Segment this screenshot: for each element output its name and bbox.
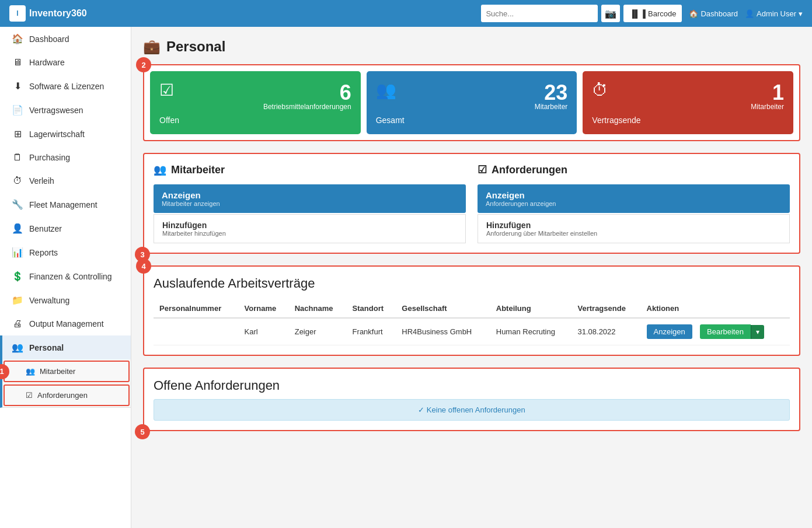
stat-sublabel-gesamt: Mitarbeiter [535,103,568,111]
col-standort: Standort [347,299,396,318]
lager-icon: ⊞ [12,128,23,139]
cell-standort: Frankfurt [347,318,396,345]
sidebar-item-verwaltung[interactable]: 📁 Verwaltung [0,288,131,312]
actions-grid: 👥 Mitarbeiter Anzeigen Mitarbeiter anzei… [154,163,790,243]
purchasing-icon: 🗒 [12,152,23,163]
arbeitsvertraege-section: Auslaufende Arbeitsverträge Personalnumm… [143,265,800,356]
arbeitsvertraege-table: Personalnummer Vorname Nachname Standort… [154,299,790,345]
cell-abteilung: Human Recruting [490,318,572,345]
sidebar: 🏠 Dashboard 🖥 Hardware ⬇ Software & Lize… [0,27,131,528]
search-container: 📷 ▐▌▐ Barcode [481,5,682,22]
clock-icon: ⏱ [592,81,608,100]
chevron-down-icon: ▾ [799,9,803,18]
cell-vorname: Karl [239,318,289,345]
table-row: Karl Zeiger Frankfurt HR4Business GmbH H… [154,318,790,345]
verwaltung-icon: 📁 [12,295,23,306]
sidebar-item-software[interactable]: ⬇ Software & Lizenzen [0,74,131,98]
user-menu[interactable]: 👤 Admin User ▾ [745,9,803,18]
stat-sublabel-vertragsende: Mitarbeiter [751,103,784,111]
cell-nachname: Zeiger [289,318,347,345]
sidebar-item-lager[interactable]: ⊞ Lagerwirtschaft [0,122,131,146]
col-nachname: Nachname [289,299,347,318]
col-personalnummer: Personalnummer [154,299,239,318]
anforderungen-icon: ☑ [26,391,33,400]
sidebar-item-fleet[interactable]: 🔧 Fleet Management [0,193,131,216]
anforderungen-col: ☑ Anforderungen Anzeigen Anforderungen a… [478,163,790,243]
benutzer-icon: 👤 [12,223,23,234]
stat-sublabel-offen: Betriebsmittelanforderungen [263,103,351,111]
mitarbeiter-add-button[interactable]: Hinzufügen Mitarbeiter hinzufügen [154,214,466,243]
stat-bottom-offen: Offen [159,116,351,125]
bearbeiten-button[interactable]: Bearbeiten [700,324,751,339]
sidebar-item-benutzer[interactable]: 👤 Benutzer [0,216,131,240]
stat-number-offen: 6 [263,81,351,105]
brand-icon: I [9,5,26,22]
sidebar-item-reports[interactable]: 📊 Reports [0,240,131,264]
col-gesellschaft: Gesellschaft [396,299,490,318]
home-icon: 🏠 [12,33,23,44]
camera-button[interactable]: 📷 [601,5,620,22]
sidebar-item-purchasing[interactable]: 🗒 Purchasing [0,146,131,169]
cell-personalnummer [154,318,239,345]
anforderungen-show-button[interactable]: Anzeigen Anforderungen anzeigen [478,184,790,213]
sidebar-personal-submenu: 1 👥 Mitarbeiter ☑ Anforderungen [0,359,131,408]
search-input[interactable] [481,5,598,22]
annotation-badge-4: 4 [136,258,151,274]
layout: 🏠 Dashboard 🖥 Hardware ⬇ Software & Lize… [0,27,812,528]
sidebar-item-dashboard[interactable]: 🏠 Dashboard [0,27,131,51]
cell-aktionen: Anzeigen Bearbeiten ▾ [641,318,790,345]
sidebar-item-vertrag[interactable]: 📄 Vertragswesen [0,98,131,122]
sidebar-item-verleih[interactable]: ⏱ Verleih [0,169,131,193]
sidebar-item-output[interactable]: 🖨 Output Management [0,312,131,335]
anforderungen-header: ☑ Anforderungen [478,163,790,176]
user-icon: 👤 [745,9,754,18]
brand: I Inventory360 [9,5,474,22]
personal-icon: 👥 [12,342,23,353]
col-abteilung: Abteilung [490,299,572,318]
actions-section: 👥 Mitarbeiter Anzeigen Mitarbeiter anzei… [143,153,800,254]
no-reqs-label: ✓ Keine offenen Anforderungen [418,405,525,414]
mitarbeiter-col: 👥 Mitarbeiter Anzeigen Mitarbeiter anzei… [154,163,466,243]
sidebar-sub-mitarbeiter[interactable]: 👥 Mitarbeiter [4,361,130,382]
people-icon: 👥 [376,81,396,100]
cell-vertragsende: 31.08.2022 [572,318,641,345]
anforderungen-add-button[interactable]: Hinzufügen Anforderung über Mitarbeiter … [478,214,790,243]
annotation-badge-5: 5 [135,424,150,439]
page-title: 💼 Personal [143,39,800,55]
sidebar-item-finanzen[interactable]: 💲 Finanzen & Controlling [0,264,131,288]
page-title-icon: 💼 [143,39,161,55]
anforderungen-header-icon: ☑ [478,163,487,176]
barcode-button[interactable]: ▐▌▐ Barcode [623,5,682,22]
check-icon: ☑ [159,81,174,100]
sidebar-sub-anforderungen[interactable]: ☑ Anforderungen [4,384,130,406]
anzeigen-button[interactable]: Anzeigen [647,324,692,339]
stat-card-offen[interactable]: ☑ 6 Betriebsmittelanforderungen Offen [150,71,361,134]
stat-bottom-gesamt: Gesamt [376,116,568,125]
cell-gesellschaft: HR4Business GmbH [396,318,490,345]
main-content: 💼 Personal 2 ☑ 6 Betriebsmittelanforderu… [131,27,812,528]
verleih-icon: ⏱ [12,176,23,186]
sidebar-item-personal[interactable]: 👥 Personal [0,335,131,359]
topnav: I Inventory360 📷 ▐▌▐ Barcode 🏠 Dashboard… [0,0,812,27]
annotation-badge-2: 2 [136,57,151,72]
col-vorname: Vorname [239,299,289,318]
software-icon: ⬇ [12,81,23,92]
vertrag-icon: 📄 [12,104,23,116]
bearbeiten-dropdown-button[interactable]: ▾ [751,325,764,339]
reports-icon: 📊 [12,247,23,258]
stat-card-vertragsende[interactable]: ⏱ 1 Mitarbeiter Vertragsende [583,71,793,134]
home-icon: 🏠 [689,9,698,18]
mitarbeiter-icon: 👥 [26,367,35,376]
hardware-icon: 🖥 [12,57,23,68]
output-icon: 🖨 [12,319,23,329]
finanzen-icon: 💲 [12,271,23,282]
stat-card-gesamt[interactable]: 👥 23 Mitarbeiter Gesamt [367,71,577,134]
mitarbeiter-show-button[interactable]: Anzeigen Mitarbeiter anzeigen [154,184,466,213]
table-header-row: Personalnummer Vorname Nachname Standort… [154,299,790,318]
sidebar-item-hardware[interactable]: 🖥 Hardware [0,51,131,74]
stat-number-gesamt: 23 [535,81,568,105]
arbeitsvertraege-title: Auslaufende Arbeitsverträge [154,276,790,291]
stat-number-vertragsende: 1 [751,81,784,105]
mitarbeiter-header: 👥 Mitarbeiter [154,163,466,176]
dashboard-link[interactable]: 🏠 Dashboard [689,9,738,18]
